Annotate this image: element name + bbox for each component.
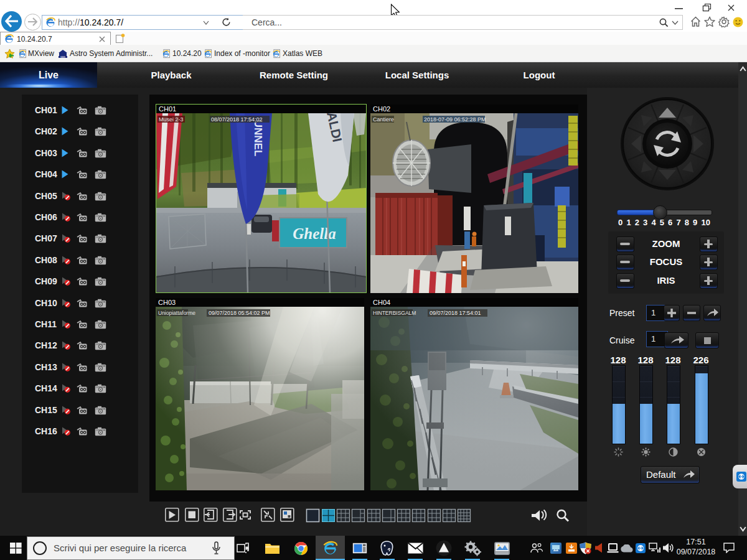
svg-text:Musei 2-3: Musei 2-3	[159, 116, 184, 123]
svg-text:09/07/2018 05:54:02 PM: 09/07/2018 05:54:02 PM	[209, 310, 270, 316]
svg-text:NMS: NMS	[60, 56, 65, 58]
svg-text:Cantiere: Cantiere	[373, 116, 394, 123]
svg-text:Ghella: Ghella	[293, 225, 336, 242]
svg-text:HINTERBISGALM: HINTERBISGALM	[373, 310, 416, 316]
svg-text:Uniopiattaforme: Uniopiattaforme	[158, 310, 195, 316]
svg-text:2018-07-09 06:52:28 PM: 2018-07-09 06:52:28 PM	[424, 116, 486, 123]
svg-text:09/07/2018 17:54:01: 09/07/2018 17:54:01	[430, 310, 481, 316]
svg-text:08/07/2018 17:54:02: 08/07/2018 17:54:02	[211, 116, 263, 123]
svg-text:UNNEL: UNNEL	[252, 120, 264, 157]
